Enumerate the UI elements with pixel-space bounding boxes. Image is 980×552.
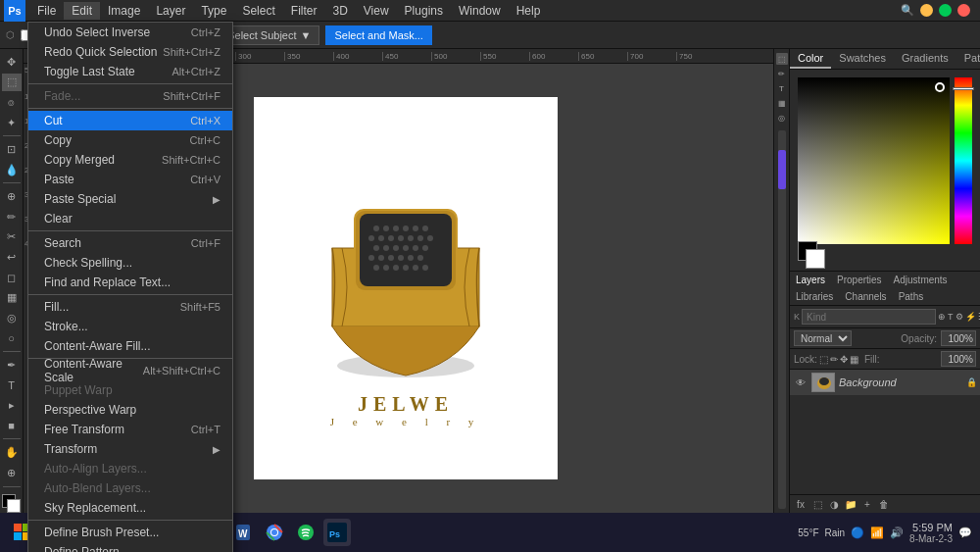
right-tool-3[interactable]: T (776, 82, 788, 94)
tab-adjustments[interactable]: Adjustments (888, 272, 954, 288)
right-tool-4[interactable]: ▦ (776, 97, 788, 109)
menu-window[interactable]: Window (451, 2, 509, 20)
clone-stamp-tool[interactable]: ✂ (2, 228, 22, 247)
menu-define-pattern[interactable]: Define Pattern... (28, 542, 232, 552)
menu-check-spelling[interactable]: Check Spelling... (28, 253, 232, 273)
lock-artboard-icon[interactable]: ▦ (850, 354, 858, 365)
minimize-button[interactable] (920, 4, 933, 17)
menu-toggle-last-state[interactable]: Toggle Last State Alt+Ctrl+Z (28, 62, 232, 81)
menu-select[interactable]: Select (234, 2, 282, 20)
menu-undo[interactable]: Undo Select Inverse Ctrl+Z (28, 23, 232, 42)
hue-slider[interactable] (955, 77, 972, 244)
menu-view[interactable]: View (356, 2, 397, 20)
fill-input[interactable] (941, 351, 976, 367)
path-selection-tool[interactable]: ▸ (2, 396, 22, 415)
right-tool-5[interactable]: ◎ (776, 112, 788, 124)
lock-position-icon[interactable]: ✥ (840, 354, 848, 365)
menu-filter[interactable]: Filter (283, 2, 325, 20)
menu-edit[interactable]: Edit (64, 2, 100, 20)
maximize-button[interactable] (939, 4, 952, 17)
background-color[interactable] (7, 499, 21, 513)
color-picker-area[interactable] (790, 70, 980, 251)
menu-plugins[interactable]: Plugins (397, 2, 451, 20)
tab-patterns[interactable]: Patterns (956, 49, 980, 69)
layers-icon-4[interactable]: ⚡ (965, 310, 976, 324)
text-tool[interactable]: T (2, 376, 22, 395)
opacity-input[interactable] (941, 330, 976, 346)
move-tool[interactable]: ✥ (2, 53, 22, 72)
tab-gradients[interactable]: Gradients (894, 49, 956, 69)
menu-transform[interactable]: Transform ▶ (28, 439, 232, 459)
foreground-background-colors[interactable] (2, 494, 22, 513)
brush-tool[interactable]: ✏ (2, 208, 22, 226)
selection-tool[interactable]: ⬚ (2, 74, 22, 92)
history-brush-tool[interactable]: ↩ (2, 248, 22, 267)
eyedropper-tool[interactable]: 💧 (2, 161, 22, 179)
taskbar-word[interactable]: W (229, 519, 257, 546)
menu-stroke[interactable]: Stroke... (28, 317, 232, 336)
menu-image[interactable]: Image (100, 2, 148, 20)
right-tool-2[interactable]: ✏ (776, 68, 788, 79)
layer-visibility-eye[interactable]: 👁 (794, 376, 808, 389)
tab-libraries[interactable]: Libraries (790, 288, 839, 305)
taskbar-photoshop[interactable]: Ps (323, 519, 351, 546)
menu-layer[interactable]: Layer (148, 2, 193, 20)
menu-content-aware-scale[interactable]: Content-Aware Scale Alt+Shift+Ctrl+C (28, 361, 232, 380)
menu-search[interactable]: Search Ctrl+F (28, 233, 232, 253)
tab-paths[interactable]: Paths (893, 288, 930, 305)
add-adjustment-icon[interactable]: ◑ (827, 497, 841, 511)
lasso-tool[interactable]: ⌾ (2, 93, 22, 112)
menu-fill[interactable]: Fill... Shift+F5 (28, 297, 232, 317)
notification-icon[interactable]: 💬 (958, 527, 972, 539)
menu-sky-replacement[interactable]: Sky Replacement... (28, 498, 232, 518)
taskbar-chrome[interactable] (261, 519, 288, 546)
menu-redo[interactable]: Redo Quick Selection Shift+Ctrl+Z (28, 42, 232, 62)
menu-find-replace[interactable]: Find and Replace Text... (28, 273, 232, 292)
delete-layer-icon[interactable]: 🗑 (877, 497, 891, 511)
menu-free-transform[interactable]: Free Transform Ctrl+T (28, 420, 232, 439)
menu-file[interactable]: File (29, 2, 64, 20)
lock-transparency-icon[interactable]: ⬚ (819, 354, 828, 365)
menu-cut[interactable]: Cut Ctrl+X (28, 111, 232, 130)
healing-brush-tool[interactable]: ⊕ (2, 187, 22, 206)
menu-3d[interactable]: 3D (324, 2, 355, 20)
shape-tool[interactable]: ■ (2, 417, 22, 435)
layers-icon-1[interactable]: ⊕ (938, 310, 946, 324)
magic-wand-tool[interactable]: ✦ (2, 114, 22, 132)
menu-define-brush[interactable]: Define Brush Preset... (28, 523, 232, 542)
blend-mode-select[interactable]: Normal (794, 330, 852, 346)
menu-help[interactable]: Help (509, 2, 549, 20)
right-tool-1[interactable]: ⬚ (776, 53, 788, 65)
add-fx-icon[interactable]: fx (794, 497, 808, 511)
menu-clear[interactable]: Clear (28, 209, 232, 228)
menu-content-aware-fill[interactable]: Content-Aware Fill... (28, 336, 232, 356)
tab-properties[interactable]: Properties (831, 272, 888, 288)
blur-tool[interactable]: ◎ (2, 309, 22, 327)
hand-tool[interactable]: ✋ (2, 443, 22, 462)
layers-icon-2[interactable]: T (948, 310, 954, 324)
lock-image-icon[interactable]: ✏ (830, 354, 838, 365)
menu-type[interactable]: Type (193, 2, 234, 20)
add-group-icon[interactable]: 📁 (844, 497, 858, 511)
layers-filter-input[interactable] (802, 309, 936, 325)
tab-swatches[interactable]: Swatches (831, 49, 894, 69)
crop-tool[interactable]: ⊡ (2, 140, 22, 159)
select-and-mask-button[interactable]: Select and Mask... (325, 25, 432, 45)
gradient-tool[interactable]: ▦ (2, 288, 22, 307)
add-layer-icon[interactable]: + (860, 497, 874, 511)
layer-item-background[interactable]: 👁 Background 🔒 (790, 370, 980, 396)
layers-icon-3[interactable]: ⚙ (956, 310, 963, 324)
vertical-scroll-thumb[interactable] (778, 150, 786, 189)
tab-layers[interactable]: Layers (790, 272, 831, 288)
tab-color[interactable]: Color (790, 49, 831, 69)
zoom-tool[interactable]: ⊕ (2, 464, 22, 482)
add-mask-icon[interactable]: ⬚ (810, 497, 824, 511)
search-icon[interactable]: 🔍 (901, 4, 914, 17)
close-button[interactable] (957, 4, 970, 17)
vertical-scrollbar[interactable] (778, 130, 786, 509)
menu-paste-special[interactable]: Paste Special ▶ (28, 189, 232, 209)
menu-copy[interactable]: Copy Ctrl+C (28, 130, 232, 150)
menu-perspective-warp[interactable]: Perspective Warp (28, 400, 232, 420)
tab-channels[interactable]: Channels (839, 288, 892, 305)
dodge-tool[interactable]: ○ (2, 329, 22, 348)
